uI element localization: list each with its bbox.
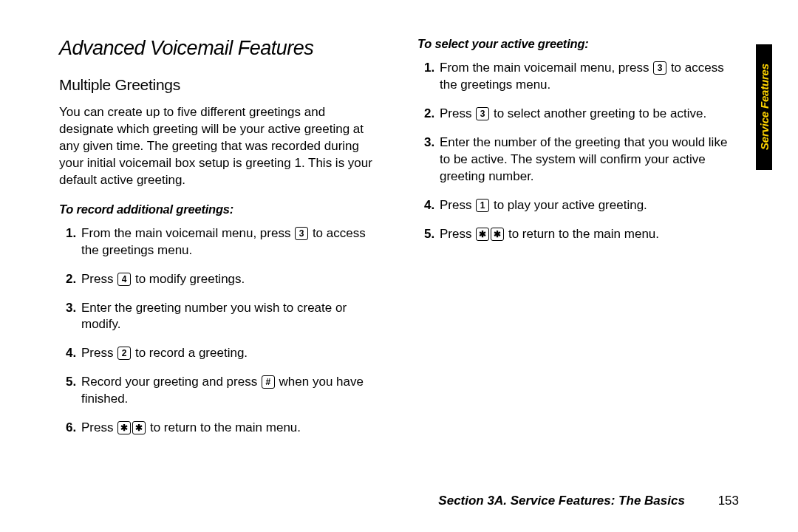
step-text: Press — [440, 106, 475, 120]
step-text: Press — [440, 198, 475, 212]
key-icon: # — [262, 375, 275, 389]
key-icon: ✱ — [491, 228, 504, 241]
step-item: Record your greeting and press # when yo… — [80, 374, 381, 408]
step-item: From the main voicemail menu, press 3 to… — [438, 60, 739, 94]
key-icon: 2 — [117, 347, 131, 360]
page-title: Advanced Voicemail Features — [59, 37, 381, 60]
select-subhead: To select your active greeting: — [417, 37, 739, 51]
step-text: Press — [81, 420, 117, 434]
step-text: to modify greetings. — [132, 272, 245, 286]
left-column: Advanced Voicemail Features Multiple Gre… — [59, 37, 381, 449]
select-steps: From the main voicemail menu, press 3 to… — [417, 60, 739, 243]
step-item: Press 2 to record a greeting. — [80, 345, 381, 362]
key-icon: ✱ — [476, 228, 489, 241]
step-item: Press 1 to play your active greeting. — [438, 197, 739, 214]
step-item: Press 4 to modify greetings. — [80, 271, 381, 288]
step-item: Press 3 to select another greeting to be… — [438, 106, 739, 123]
key-icon: 1 — [476, 199, 489, 212]
key-icon: 4 — [117, 273, 131, 286]
intro-paragraph: You can create up to five different gree… — [59, 104, 381, 189]
section-heading: Multiple Greetings — [59, 76, 381, 94]
right-column: To select your active greeting: From the… — [417, 37, 739, 449]
step-text: From the main voicemail menu, press — [440, 61, 652, 75]
key-icon: ✱ — [132, 421, 146, 434]
content-columns: Advanced Voicemail Features Multiple Gre… — [59, 37, 739, 449]
record-subhead: To record additional greetings: — [59, 202, 381, 216]
step-text: to select another greeting to be active. — [490, 106, 706, 120]
step-text: Press — [81, 346, 117, 360]
key-icon: ✱ — [117, 421, 131, 434]
step-text: to return to the main menu. — [505, 227, 659, 241]
page-footer: Section 3A. Service Features: The Basics… — [438, 494, 739, 508]
step-text: Press — [440, 227, 475, 241]
step-text: to record a greeting. — [132, 346, 248, 360]
side-tab: Service Features — [756, 44, 772, 170]
key-icon: 3 — [295, 227, 308, 240]
step-text: From the main voicemail menu, press — [81, 226, 294, 240]
step-item: Enter the number of the greeting that yo… — [438, 134, 739, 185]
record-steps: From the main voicemail menu, press 3 to… — [59, 225, 381, 437]
step-item: Enter the greeting number you wish to cr… — [80, 300, 381, 334]
page-number: 153 — [718, 494, 739, 508]
step-item: From the main voicemail menu, press 3 to… — [80, 225, 381, 259]
step-text: Press — [81, 272, 117, 286]
step-item: Press ✱✱ to return to the main menu. — [438, 226, 739, 243]
step-item: Press ✱✱ to return to the main menu. — [80, 420, 381, 437]
key-icon: 3 — [476, 107, 489, 120]
manual-page: Service Features Advanced Voicemail Feat… — [0, 0, 798, 532]
key-icon: 3 — [653, 61, 666, 75]
step-text: Record your greeting and press — [81, 375, 261, 389]
footer-section: Section 3A. Service Features: The Basics — [438, 494, 685, 508]
step-text: to play your active greeting. — [490, 198, 647, 212]
step-text: to return to the main menu. — [146, 420, 301, 434]
